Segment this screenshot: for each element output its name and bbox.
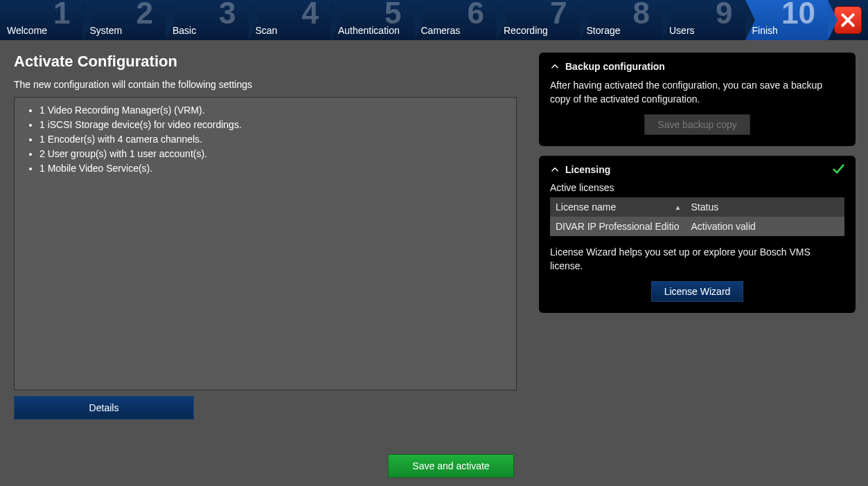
active-licenses-label: Active licenses bbox=[550, 182, 844, 193]
step-label: Basic bbox=[172, 25, 196, 36]
step-number: 3 bbox=[219, 0, 236, 30]
license-col-status[interactable]: Status bbox=[686, 197, 845, 217]
activate-config-pane: Activate Configuration The new configura… bbox=[0, 40, 529, 486]
step-system[interactable]: 2System bbox=[83, 0, 166, 40]
table-row[interactable]: DIVAR IP Professional EditioActivation v… bbox=[550, 217, 844, 236]
backup-panel-title: Backup configuration bbox=[565, 61, 665, 72]
step-label: System bbox=[90, 25, 123, 36]
license-name-cell: DIVAR IP Professional Editio bbox=[550, 217, 686, 236]
step-label: Scan bbox=[256, 25, 278, 36]
license-wizard-text: License Wizard helps you set up or explo… bbox=[550, 246, 844, 273]
chevron-up-icon bbox=[550, 165, 560, 174]
step-finish[interactable]: 10Finish bbox=[745, 0, 829, 40]
chevron-up-icon bbox=[550, 62, 560, 71]
step-number: 9 bbox=[716, 0, 732, 30]
main-area: Activate Configuration The new configura… bbox=[0, 40, 868, 486]
step-scan[interactable]: 4Scan bbox=[249, 0, 332, 40]
step-number: 4 bbox=[302, 0, 319, 30]
step-storage[interactable]: 8Storage bbox=[580, 0, 663, 40]
save-and-activate-button[interactable]: Save and activate bbox=[388, 454, 514, 478]
step-label: Storage bbox=[587, 25, 621, 36]
step-number: 2 bbox=[136, 0, 153, 30]
step-recording[interactable]: 7Recording bbox=[497, 0, 580, 40]
config-item: 2 User group(s) with 1 user account(s). bbox=[39, 147, 508, 161]
step-label: Finish bbox=[752, 25, 778, 36]
step-label: Authentication bbox=[338, 25, 400, 36]
config-item: 1 Video Recording Manager(s) (VRM). bbox=[39, 103, 508, 118]
step-number: 8 bbox=[633, 0, 650, 30]
license-wizard-button[interactable]: License Wizard bbox=[651, 281, 744, 302]
check-icon bbox=[832, 163, 844, 177]
config-summary-box: 1 Video Recording Manager(s) (VRM).1 iSC… bbox=[14, 97, 517, 390]
details-button[interactable]: Details bbox=[14, 396, 194, 420]
step-users[interactable]: 9Users bbox=[662, 0, 745, 40]
close-button[interactable] bbox=[834, 6, 862, 34]
page-title: Activate Configuration bbox=[14, 53, 517, 71]
backup-panel-text: After having activated the configuration… bbox=[550, 79, 844, 106]
step-welcome[interactable]: 1Welcome bbox=[0, 0, 83, 40]
license-table: License name ▲ Status DIVAR IP Professio… bbox=[550, 197, 844, 236]
config-item: 1 Mobile Video Service(s). bbox=[39, 161, 508, 176]
step-number: 10 bbox=[781, 0, 815, 30]
backup-panel-header[interactable]: Backup configuration bbox=[550, 61, 844, 72]
license-status-cell: Activation valid bbox=[686, 217, 845, 236]
bottom-action-bar: Save and activate bbox=[14, 420, 517, 478]
license-col-name[interactable]: License name ▲ bbox=[550, 197, 686, 217]
step-cameras[interactable]: 6Cameras bbox=[414, 0, 497, 40]
page-subtitle: The new configuration will contain the f… bbox=[14, 79, 517, 90]
save-backup-copy-button: Save backup copy bbox=[644, 114, 750, 135]
step-number: 6 bbox=[468, 0, 484, 30]
side-panels: Backup configuration After having activa… bbox=[529, 40, 868, 486]
sort-asc-icon: ▲ bbox=[675, 204, 682, 211]
wizard-stepper: 1Welcome2System3Basic4Scan5Authenticatio… bbox=[0, 0, 868, 40]
step-number: 7 bbox=[550, 0, 567, 30]
backup-config-panel: Backup configuration After having activa… bbox=[539, 53, 856, 146]
step-label: Users bbox=[669, 25, 695, 36]
config-item: 1 iSCSI Storage device(s) for video reco… bbox=[39, 118, 508, 132]
step-basic[interactable]: 3Basic bbox=[166, 0, 249, 40]
step-label: Welcome bbox=[7, 25, 47, 36]
config-item: 1 Encoder(s) with 4 camera channels. bbox=[39, 132, 508, 147]
licensing-panel-title: Licensing bbox=[565, 164, 610, 175]
licensing-panel: Licensing Active licenses License name ▲… bbox=[539, 156, 856, 313]
step-number: 1 bbox=[53, 0, 70, 30]
step-label: Cameras bbox=[421, 25, 461, 36]
licensing-panel-header[interactable]: Licensing bbox=[550, 164, 844, 175]
step-authentication[interactable]: 5Authentication bbox=[331, 0, 414, 40]
step-label: Recording bbox=[504, 25, 548, 36]
